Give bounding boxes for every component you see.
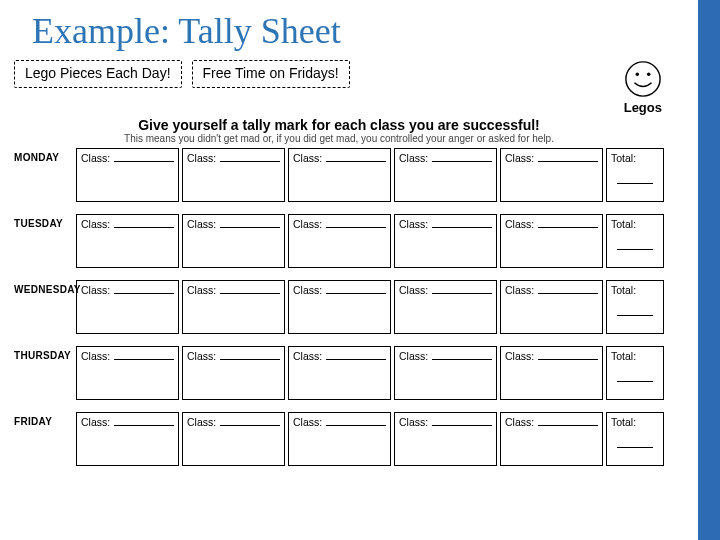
day-label: TUESDAY [14,214,76,268]
total-cell: Total: [606,412,664,466]
cells: Class:Class:Class:Class:Class:Total: [76,346,664,400]
tag-freetime: Free Time on Fridays! [192,60,350,88]
class-label: Class: [293,218,322,230]
class-cell: Class: [500,148,603,202]
blank-line [326,350,386,360]
class-label: Class: [81,350,110,362]
class-label: Class: [81,284,110,296]
class-label-row: Class: [293,218,386,230]
blank-line [538,152,598,162]
blank-line [220,284,280,294]
instruction-sub: This means you didn't get mad or, if you… [14,133,664,144]
worksheet: Lego Pieces Each Day! Free Time on Frida… [0,60,694,466]
class-label-row: Class: [399,416,492,428]
blank-line [617,438,653,448]
class-label: Class: [399,350,428,362]
smiley-icon [624,60,662,98]
class-label-row: Class: [505,218,598,230]
class-label-row: Class: [81,350,174,362]
day-label: WEDNESDAY [14,280,76,334]
blank-line [114,416,174,426]
class-cell: Class: [394,148,497,202]
cells: Class:Class:Class:Class:Class:Total: [76,412,664,466]
tally-grid: MONDAYClass:Class:Class:Class:Class:Tota… [14,148,664,466]
class-label-row: Class: [187,152,280,164]
class-label: Class: [187,218,216,230]
class-cell: Class: [288,148,391,202]
class-cell: Class: [500,412,603,466]
class-label-row: Class: [399,152,492,164]
class-label-row: Class: [505,350,598,362]
total-label: Total: [611,416,659,428]
blank-line [220,218,280,228]
cells: Class:Class:Class:Class:Class:Total: [76,280,664,334]
class-label-row: Class: [505,152,598,164]
class-label-row: Class: [81,152,174,164]
class-label: Class: [187,152,216,164]
blank-line [326,416,386,426]
day-row: FRIDAYClass:Class:Class:Class:Class:Tota… [14,412,664,466]
class-label: Class: [81,152,110,164]
blank-line [114,218,174,228]
class-cell: Class: [76,412,179,466]
blank-line [220,350,280,360]
blank-line [220,152,280,162]
class-label: Class: [293,350,322,362]
blank-line [432,284,492,294]
cells: Class:Class:Class:Class:Class:Total: [76,214,664,268]
class-label: Class: [81,416,110,428]
class-label: Class: [399,218,428,230]
blank-line [114,152,174,162]
svg-point-0 [626,62,660,96]
tag-lego: Lego Pieces Each Day! [14,60,182,88]
class-label: Class: [505,416,534,428]
total-label: Total: [611,284,659,296]
total-cell: Total: [606,280,664,334]
instructions: Give yourself a tally mark for each clas… [14,117,664,144]
total-cell: Total: [606,214,664,268]
class-cell: Class: [288,280,391,334]
class-label: Class: [399,416,428,428]
class-label: Class: [81,218,110,230]
blank-line [114,350,174,360]
cells: Class:Class:Class:Class:Class:Total: [76,148,664,202]
total-label: Total: [611,350,659,362]
smiley-block: Legos [624,60,664,115]
blank-line [538,350,598,360]
blank-line [432,416,492,426]
blank-line [114,284,174,294]
day-label: THURSDAY [14,346,76,400]
class-label-row: Class: [187,284,280,296]
blank-line [538,416,598,426]
day-row: THURSDAYClass:Class:Class:Class:Class:To… [14,346,664,400]
class-label: Class: [293,416,322,428]
day-row: TUESDAYClass:Class:Class:Class:Class:Tot… [14,214,664,268]
class-cell: Class: [76,214,179,268]
class-cell: Class: [500,346,603,400]
class-cell: Class: [394,214,497,268]
class-label: Class: [399,284,428,296]
class-label-row: Class: [505,416,598,428]
class-cell: Class: [394,280,497,334]
blank-line [220,416,280,426]
class-label: Class: [293,284,322,296]
blank-line [617,240,653,250]
class-cell: Class: [500,214,603,268]
blank-line [617,174,653,184]
blank-line [326,284,386,294]
class-cell: Class: [182,346,285,400]
blank-line [432,152,492,162]
class-cell: Class: [288,346,391,400]
day-label: FRIDAY [14,412,76,466]
class-label: Class: [505,152,534,164]
class-label-row: Class: [293,284,386,296]
class-label-row: Class: [399,284,492,296]
class-label: Class: [187,284,216,296]
day-row: WEDNESDAYClass:Class:Class:Class:Class:T… [14,280,664,334]
day-label: MONDAY [14,148,76,202]
class-cell: Class: [394,346,497,400]
class-label: Class: [505,218,534,230]
class-label-row: Class: [187,416,280,428]
day-row: MONDAYClass:Class:Class:Class:Class:Tota… [14,148,664,202]
class-cell: Class: [288,412,391,466]
